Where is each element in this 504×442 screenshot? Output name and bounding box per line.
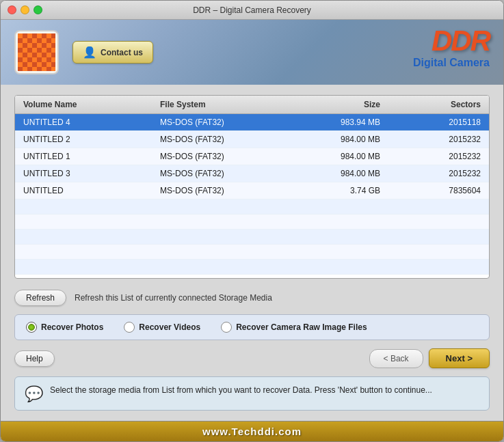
recover-videos-label: Recover Videos	[139, 322, 200, 332]
recover-videos-radio[interactable]	[124, 322, 135, 333]
sectors-value: 7835604	[383, 184, 483, 197]
volume-name: UNTITLED 2	[21, 133, 157, 146]
app-logo	[14, 30, 59, 74]
table-row[interactable]: UNTITLED 2 MS-DOS (FAT32) 984.00 MB 2015…	[15, 131, 489, 148]
refresh-description: Refresh this List of currently connected…	[75, 293, 272, 303]
recover-photos-radio[interactable]	[26, 322, 37, 333]
logo-checker-icon	[18, 33, 55, 71]
sectors-value: 2015232	[383, 133, 483, 146]
app-header: 👤 Contact us DDR Digital Camera	[1, 20, 503, 85]
maximize-button[interactable]	[34, 5, 42, 14]
fs-value: MS-DOS (FAT32)	[157, 167, 294, 180]
table-row[interactable]: UNTITLED 4 MS-DOS (FAT32) 983.94 MB 2015…	[15, 114, 489, 131]
size-value: 3.74 GB	[294, 184, 383, 197]
refresh-button[interactable]: Refresh	[14, 290, 66, 306]
table-body: UNTITLED 4 MS-DOS (FAT32) 983.94 MB 2015…	[15, 114, 489, 275]
back-button[interactable]: < Back	[369, 349, 423, 368]
recover-photos-option[interactable]: Recover Photos	[26, 322, 103, 333]
radio-selected-indicator	[28, 324, 35, 331]
table-row-empty	[15, 215, 489, 230]
info-message: Select the storage media from List from …	[50, 384, 432, 396]
size-value: 984.00 MB	[294, 167, 383, 180]
table-header: Volume Name File System Size Sectors	[15, 96, 489, 114]
help-button[interactable]: Help	[14, 350, 55, 367]
fs-value: MS-DOS (FAT32)	[157, 116, 294, 128]
recover-raw-label: Recover Camera Raw Image Files	[236, 322, 367, 332]
ddr-logo-block: DDR Digital Camera	[413, 27, 490, 69]
window-controls	[8, 5, 42, 14]
size-value: 984.00 MB	[294, 150, 383, 163]
ddr-title: DDR	[413, 27, 490, 55]
volume-name: UNTITLED 3	[21, 167, 157, 180]
table-row-empty	[15, 260, 489, 275]
minimize-button[interactable]	[21, 5, 29, 14]
sectors-value: 2015118	[383, 116, 483, 128]
window-title: DDR – Digital Camera Recovery	[193, 5, 311, 15]
col-volume: Volume Name	[21, 98, 157, 111]
next-button[interactable]: Next >	[429, 348, 490, 368]
volume-name: UNTITLED	[21, 184, 157, 197]
fs-value: MS-DOS (FAT32)	[157, 184, 294, 197]
sectors-value: 2015232	[383, 150, 483, 163]
table-row[interactable]: UNTITLED 1 MS-DOS (FAT32) 984.00 MB 2015…	[15, 148, 489, 165]
recover-raw-option[interactable]: Recover Camera Raw Image Files	[221, 322, 367, 333]
watermark-bar: www.Techddi.com	[1, 421, 503, 441]
sectors-value: 2015232	[383, 167, 483, 180]
recover-raw-radio[interactable]	[221, 322, 232, 333]
volume-name: UNTITLED 1	[21, 150, 157, 163]
size-value: 984.00 MB	[294, 133, 383, 146]
table-row-empty	[15, 245, 489, 260]
main-content: Volume Name File System Size Sectors UNT…	[1, 85, 503, 421]
table-row[interactable]: UNTITLED 3 MS-DOS (FAT32) 984.00 MB 2015…	[15, 165, 489, 182]
col-size: Size	[294, 98, 383, 111]
recover-videos-option[interactable]: Recover Videos	[124, 322, 200, 333]
fs-value: MS-DOS (FAT32)	[157, 150, 294, 163]
table-row-empty	[15, 199, 489, 215]
table-row[interactable]: UNTITLED MS-DOS (FAT32) 3.74 GB 7835604	[15, 182, 489, 199]
ddr-subtitle: Digital Camera	[413, 57, 490, 69]
recovery-options: Recover Photos Recover Videos Recover Ca…	[14, 314, 490, 340]
nav-buttons: < Back Next >	[369, 348, 490, 368]
refresh-row: Refresh Refresh this List of currently c…	[14, 290, 490, 306]
size-value: 983.94 MB	[294, 116, 383, 128]
recover-photos-label: Recover Photos	[41, 322, 103, 332]
col-sectors: Sectors	[383, 98, 483, 111]
contact-button[interactable]: 👤 Contact us	[72, 41, 153, 64]
fs-value: MS-DOS (FAT32)	[157, 133, 294, 146]
volume-table: Volume Name File System Size Sectors UNT…	[14, 95, 490, 279]
titlebar: DDR – Digital Camera Recovery	[1, 1, 503, 20]
table-row-empty	[15, 230, 489, 245]
app-window: DDR – Digital Camera Recovery 👤 Contact …	[0, 0, 504, 442]
info-icon: 💬	[25, 385, 43, 403]
bottom-buttons: Help < Back Next >	[14, 348, 490, 368]
volume-name: UNTITLED 4	[21, 116, 157, 128]
info-box: 💬 Select the storage media from List fro…	[14, 376, 490, 411]
contact-person-icon: 👤	[83, 46, 96, 59]
col-filesystem: File System	[157, 98, 294, 111]
contact-label: Contact us	[101, 48, 143, 57]
close-button[interactable]	[8, 5, 16, 14]
watermark-text: www.Techddi.com	[202, 426, 302, 437]
